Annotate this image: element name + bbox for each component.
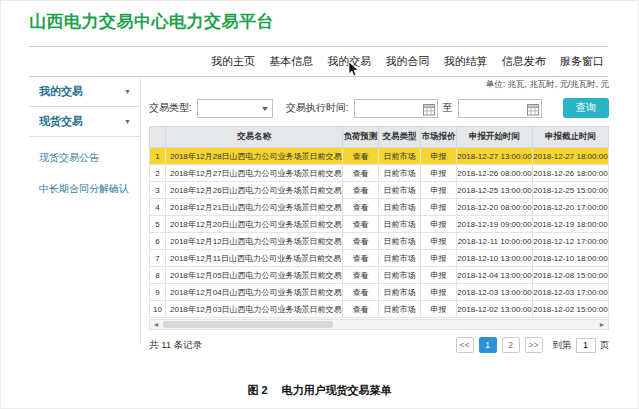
row-no: 9 (150, 284, 166, 301)
next-page-button[interactable]: >> (525, 337, 543, 353)
row-no: 7 (150, 250, 166, 267)
end-time: 2018-12-08 15:00:00 (533, 267, 609, 284)
table-row[interactable]: 52018年12月20日山西电力公司业务场景日前交易查看日前市场申报2018-1… (150, 216, 609, 233)
scroll-left-icon[interactable]: ◄ (150, 320, 162, 329)
calendar-icon[interactable] (423, 103, 435, 116)
table-row[interactable]: 42018年12月21日山西电力公司业务场景日前交易查看日前市场申报2018-1… (150, 199, 609, 216)
start-time: 2018-12-26 08:00:00 (457, 165, 533, 182)
bid-link[interactable]: 申报 (421, 148, 457, 165)
table-row[interactable]: 82018年12月05日山西电力公司业务场景日前交易查看日前市场申报2018-1… (150, 267, 609, 284)
table-row[interactable]: 72018年12月11日山西电力公司业务场景日前交易查看日前市场申报2018-1… (150, 250, 609, 267)
scrollbar-thumb[interactable] (163, 321, 333, 328)
view-link[interactable]: 查看 (343, 301, 379, 318)
trade-name: 2018年12月28日山西电力公司业务场景日前交易 (166, 148, 343, 165)
bid-link[interactable]: 申报 (421, 267, 457, 284)
bid-link[interactable]: 申报 (421, 250, 457, 267)
trade-type: 日前市场 (379, 165, 421, 182)
table-row[interactable]: 22018年12月27日山西电力公司业务场景日前交易查看日前市场申报2018-1… (150, 165, 609, 182)
figure-caption: 图 2电力用户现货交易菜单 (1, 383, 638, 398)
calendar-icon[interactable] (527, 103, 539, 116)
view-link[interactable]: 查看 (343, 182, 379, 199)
nav-item-6[interactable]: 信息发布 (502, 54, 546, 69)
mouse-cursor-icon (348, 62, 359, 77)
nav-item-4[interactable]: 我的合同 (385, 54, 429, 69)
trade-type: 日前市场 (379, 250, 421, 267)
prev-page-button[interactable]: << (456, 337, 474, 353)
bid-link[interactable]: 申报 (421, 165, 457, 182)
row-no: 10 (150, 301, 166, 318)
trade-name: 2018年12月03日山西电力公司业务场景日前交易 (166, 301, 343, 318)
sidebar-group-2[interactable]: 现货交易▼ (29, 107, 140, 137)
exec-time-from-input[interactable] (354, 99, 438, 118)
bid-link[interactable]: 申报 (421, 216, 457, 233)
end-time: 2018-12-03 17:00:00 (533, 284, 609, 301)
end-time: 2018-12-26 18:00:00 (533, 165, 609, 182)
goto-page-label: 到第 (553, 339, 572, 352)
page-button-1[interactable]: 1 (479, 337, 497, 353)
trade-type: 日前市场 (379, 182, 421, 199)
trade-type: 日前市场 (379, 233, 421, 250)
nav-item-2[interactable]: 基本信息 (269, 54, 313, 69)
divider-top (29, 46, 608, 47)
table-row[interactable]: 102018年12月03日山西电力公司业务场景日前交易查看日前市场申报2018-… (150, 301, 609, 318)
row-no: 6 (150, 233, 166, 250)
view-link[interactable]: 查看 (343, 148, 379, 165)
bid-link[interactable]: 申报 (421, 233, 457, 250)
trade-name: 2018年12月26日山西电力公司业务场景日前交易 (166, 182, 343, 199)
sidebar-link-1[interactable]: 现货交易公告 (29, 151, 140, 165)
view-link[interactable]: 查看 (343, 267, 379, 284)
scroll-right-icon[interactable]: ► (596, 320, 608, 329)
row-no: 5 (150, 216, 166, 233)
end-time: 2018-12-10 18:00:00 (533, 250, 609, 267)
trade-type: 日前市场 (379, 267, 421, 284)
view-link[interactable]: 查看 (343, 250, 379, 267)
row-no: 1 (150, 148, 166, 165)
goto-page-input[interactable] (576, 338, 596, 353)
goto-page-suffix: 页 (600, 339, 610, 352)
figure-number: 图 2 (247, 384, 267, 396)
pagination-bar: 共 11 条记录 << 12 >> 到第 页 (149, 337, 609, 353)
top-nav: 我的主页基本信息我的交易我的合同我的结算信息发布服务窗口 (211, 51, 604, 71)
app-window: 山西电力交易中心电力交易平台 我的主页基本信息我的交易我的合同我的结算信息发布服… (0, 0, 639, 409)
view-link[interactable]: 查看 (343, 165, 379, 182)
page-button-2[interactable]: 2 (502, 337, 520, 353)
main-content: 单位: 兆瓦, 兆瓦时, 元/兆瓦时, 元 交易类型: 交易执行时间: 至 (149, 79, 609, 353)
bid-link[interactable]: 申报 (421, 182, 457, 199)
nav-item-1[interactable]: 我的主页 (211, 54, 255, 69)
table-head-row: 交易名称负荷预测交易类型市场报价申报开始时间申报截止时间 (150, 127, 609, 148)
table-row[interactable]: 92018年12月04日山西电力公司业务场景日前交易查看日前市场申报2018-1… (150, 284, 609, 301)
trade-name: 2018年12月12日山西电力公司业务场景日前交易 (166, 233, 343, 250)
sidebar-group-1[interactable]: 我的交易▼ (29, 77, 140, 107)
start-time: 2018-12-04 13:00:00 (457, 267, 533, 284)
trade-name: 2018年12月05日山西电力公司业务场景日前交易 (166, 267, 343, 284)
start-time: 2018-12-10 13:00:00 (457, 250, 533, 267)
view-link[interactable]: 查看 (343, 284, 379, 301)
search-button[interactable]: 查询 (563, 98, 609, 118)
chevron-down-icon: ▼ (124, 118, 131, 125)
horizontal-scrollbar[interactable]: ◄ ► (149, 319, 609, 330)
table-row[interactable]: 62018年12月12日山西电力公司业务场景日前交易查看日前市场申报2018-1… (150, 233, 609, 250)
sidebar-link-2[interactable]: 中长期合同分解确认 (29, 182, 140, 196)
nav-item-7[interactable]: 服务窗口 (560, 54, 604, 69)
exec-time-to-input[interactable] (458, 99, 542, 118)
bid-link[interactable]: 申报 (421, 284, 457, 301)
nav-item-5[interactable]: 我的结算 (444, 54, 488, 69)
bid-link[interactable]: 申报 (421, 301, 457, 318)
table-row[interactable]: 12018年12月28日山西电力公司业务场景日前交易查看日前市场申报2018-1… (150, 148, 609, 165)
sidebar-groups: 我的交易▼现货交易▼ (29, 77, 140, 137)
view-link[interactable]: 查看 (343, 216, 379, 233)
end-time: 2018-12-20 17:00:00 (533, 199, 609, 216)
start-time: 2018-12-25 13:00:00 (457, 182, 533, 199)
start-time: 2018-12-11 10:00:00 (457, 233, 533, 250)
sidebar-group-label: 我的交易 (39, 84, 83, 99)
trade-type: 日前市场 (379, 148, 421, 165)
table-row[interactable]: 32018年12月26日山西电力公司业务场景日前交易查看日前市场申报2018-1… (150, 182, 609, 199)
view-link[interactable]: 查看 (343, 233, 379, 250)
view-link[interactable]: 查看 (343, 199, 379, 216)
trade-type-select[interactable] (197, 99, 273, 118)
row-no: 8 (150, 267, 166, 284)
row-no: 2 (150, 165, 166, 182)
bid-link[interactable]: 申报 (421, 199, 457, 216)
column-header: 负荷预测 (343, 127, 379, 148)
end-time: 2018-12-27 18:00:00 (533, 148, 609, 165)
